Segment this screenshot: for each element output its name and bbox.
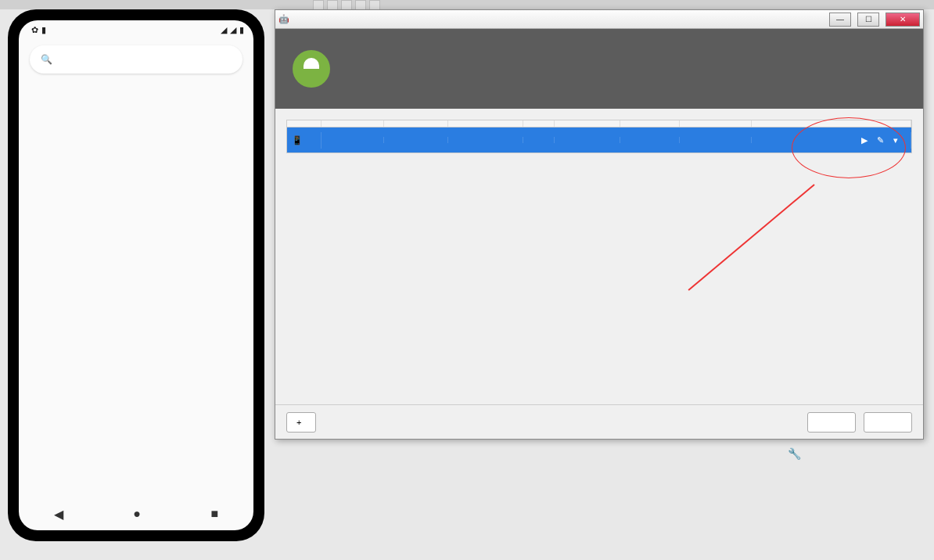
create-virtual-device-button[interactable]: + — [286, 412, 316, 433]
all-apps-header — [19, 86, 253, 99]
nav-back-button[interactable]: ◀ — [54, 507, 63, 522]
emulator-screen[interactable]: ✿ ▮ ◢ ◢ ▮ 🔍 ◀ ● ■ — [19, 20, 253, 530]
editor-tabs-background — [0, 0, 934, 9]
avd-footer: + — [275, 404, 923, 439]
console-output — [266, 444, 934, 451]
nav-recent-button[interactable]: ■ — [211, 507, 219, 521]
col-type[interactable] — [287, 120, 322, 127]
avd-header — [275, 29, 923, 109]
help-button[interactable] — [864, 412, 912, 433]
wifi-icon: ◢ — [230, 25, 236, 35]
device-playstore — [384, 137, 448, 143]
search-icon: 🔍 — [41, 54, 52, 65]
nav-home-button[interactable]: ● — [133, 507, 141, 521]
col-cpu[interactable] — [620, 120, 680, 127]
battery-icon: ▮ — [41, 25, 46, 35]
signal-icon: ◢ — [221, 25, 227, 35]
top-apps-row — [19, 80, 253, 86]
col-target[interactable] — [555, 120, 620, 127]
device-cpu — [620, 137, 680, 143]
gear-icon: ✿ — [31, 25, 38, 35]
annotation-circle — [792, 117, 906, 178]
device-size — [680, 137, 752, 143]
window-close-button[interactable]: ✕ — [886, 13, 920, 27]
android-icon: 🤖 — [278, 14, 289, 24]
device-api — [523, 137, 555, 143]
refresh-button[interactable] — [807, 412, 856, 433]
event-log-row[interactable] — [806, 471, 934, 480]
device-resolution — [448, 137, 523, 143]
wrench-icon[interactable]: 🔧 — [788, 447, 801, 460]
status-bar: ✿ ▮ ◢ ◢ ▮ — [19, 20, 253, 39]
window-maximize-button[interactable]: ☐ — [857, 13, 879, 27]
android-nav-bar: ◀ ● ■ — [19, 497, 253, 530]
event-log-row[interactable] — [806, 480, 934, 490]
col-resolution[interactable] — [448, 120, 523, 127]
event-log-row[interactable] — [806, 452, 934, 461]
event-log-row[interactable] — [806, 461, 934, 471]
android-studio-logo-icon — [293, 50, 330, 88]
window-minimize-button[interactable]: — — [829, 13, 851, 27]
plus-icon: + — [296, 418, 301, 427]
device-name — [322, 137, 384, 143]
col-api[interactable] — [523, 120, 555, 127]
col-name[interactable] — [322, 120, 384, 127]
search-apps-input[interactable]: 🔍 — [30, 45, 242, 74]
avd-manager-window: 🤖 — ☐ ✕ 📱 — [275, 9, 924, 440]
device-type-icon: 📱 — [287, 132, 322, 149]
col-size[interactable] — [680, 120, 752, 127]
emulator-device-frame: ✿ ▮ ◢ ◢ ▮ 🔍 ◀ ● ■ — [8, 9, 264, 541]
window-titlebar[interactable]: 🤖 — ☐ ✕ — [275, 10, 923, 29]
event-log — [806, 452, 934, 490]
device-target — [555, 137, 620, 143]
col-playstore[interactable] — [384, 120, 448, 127]
battery-icon: ▮ — [239, 25, 244, 35]
